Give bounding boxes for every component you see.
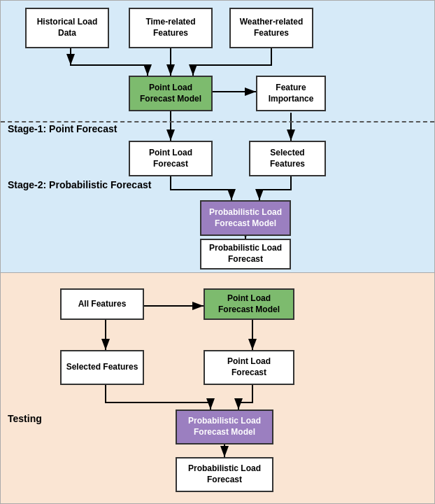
all-features-box: All Features (60, 288, 144, 320)
stage1-divider (1, 121, 434, 122)
testing-label: Testing (8, 413, 42, 424)
feature-importance-box: FeatureImportance (256, 76, 326, 111)
stage1-label: Stage-1: Point Forecast (8, 123, 117, 134)
prob-forecast-model-bot: Probabilistic LoadForecast Model (176, 410, 273, 444)
stage2-label: Stage-2: Probabilistic Forecast (8, 179, 151, 190)
point-load-forecast-mid: Point LoadForecast (129, 141, 213, 176)
main-diagram: Historical Load Data Time-relatedFeature… (0, 0, 435, 504)
selected-features-mid: Selected Features (249, 141, 326, 176)
prob-forecast-model-top: Probabilistic LoadForecast Model (200, 200, 291, 236)
time-related-box: Time-relatedFeatures (129, 8, 213, 48)
point-load-forecast-bot: Point LoadForecast (204, 350, 294, 385)
point-forecast-model-bot: Point LoadForecast Model (204, 288, 294, 320)
historical-load-box: Historical Load Data (25, 8, 109, 48)
point-forecast-model-top: Point LoadForecast Model (129, 76, 213, 111)
weather-related-box: Weather-relatedFeatures (229, 8, 313, 48)
bottom-section: Testing All Features Point LoadForecast … (0, 273, 435, 504)
prob-forecast-top: Probabilistic LoadForecast (200, 239, 291, 270)
prob-forecast-bot: Probabilistic LoadForecast (176, 457, 273, 492)
selected-features-bot: Selected Features (60, 350, 144, 385)
top-section: Historical Load Data Time-relatedFeature… (0, 0, 435, 273)
